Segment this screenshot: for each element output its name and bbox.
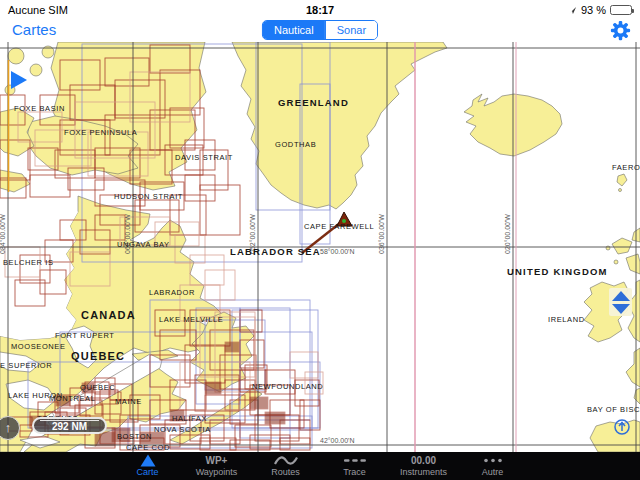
tab-bar: Carte WP+ Waypoints Routes Trace 00.00 I… — [0, 452, 640, 480]
tab-instruments[interactable]: 00.00 Instruments — [389, 452, 458, 480]
map-place-label: DAVIS STRAIT — [175, 153, 233, 162]
map-place-label: FAEROE — [612, 163, 640, 172]
tab-trace[interactable]: Trace — [320, 452, 389, 480]
carrier-label: Aucune SIM — [8, 4, 208, 16]
chart-mode-segmented-control: Nautical Sonar — [262, 20, 378, 40]
wp-plus-icon: WP+ — [182, 454, 251, 467]
map-place-label: LAKE MELVILLE — [159, 315, 223, 324]
map-place-label: BAY OF BISCAY — [587, 405, 640, 414]
map-place-label: LABRADOR — [149, 288, 195, 297]
landmass-faeroe — [617, 174, 627, 186]
chart-rect-red — [250, 397, 268, 409]
chart-update-diamond-icon[interactable] — [609, 288, 632, 316]
water-hudson-bay — [0, 194, 78, 340]
route-wave-icon — [273, 454, 299, 467]
map-place-label: HUDSON STRAIT — [114, 192, 183, 201]
tab-routes[interactable]: Routes — [251, 452, 320, 480]
clock: 18:17 — [208, 4, 432, 16]
map-place-label: QUEBEC — [71, 350, 125, 362]
map-place-label: E SUPERIOR — [0, 361, 52, 370]
map-triangle-icon — [136, 454, 160, 467]
map-place-label: MOOSEONEE — [11, 342, 66, 351]
map-place-label: FORT RUPERT — [55, 331, 115, 340]
landmass-scotland — [612, 238, 632, 254]
scale-badge: 292 NM — [32, 417, 107, 434]
map-place-label: UNITED KINGDOM — [507, 266, 608, 277]
map-place-label: BOSTON — [117, 432, 152, 441]
map-place-label: IRELAND — [548, 315, 585, 324]
map-place-label: UNGAVA BAY — [117, 240, 170, 249]
status-bar: Aucune SIM 18:17 93 % — [0, 0, 640, 20]
trace-dashes-icon — [343, 454, 367, 467]
blue-triangle-marker[interactable] — [11, 71, 27, 89]
chart-rect-red — [265, 412, 285, 424]
parallel-label: 58°00.00'N — [320, 248, 355, 255]
chart-rect-red — [225, 342, 239, 352]
map-place-label: HALIFAX — [172, 414, 207, 423]
landmass-coats — [0, 170, 30, 192]
map-place-label: NOVA SCOTIA — [154, 425, 211, 434]
chart-rect-red — [95, 432, 115, 446]
map-place-label: FOXE BASIN — [14, 104, 65, 113]
gear-icon[interactable] — [610, 20, 631, 41]
segment-sonar[interactable]: Sonar — [325, 21, 377, 39]
chart-map[interactable]: 084°00.00'W068°00.00'W052°00.00'W036°00.… — [0, 42, 640, 452]
map-place-label: GODTHAB — [275, 140, 316, 149]
map-place-label: FOXE PENINSULA — [64, 128, 137, 137]
nav-bar: Cartes Nautical Sonar — [0, 20, 640, 42]
chart-rect-red — [205, 382, 221, 394]
map-place-label: NEWFOUNDLAND — [252, 382, 323, 391]
map-place-label: MONTREAL — [49, 394, 95, 403]
parallel-label: 42°00.00'N — [320, 437, 355, 444]
nav-back-title[interactable]: Cartes — [12, 21, 56, 38]
map-place-label: GREENLAND — [278, 97, 349, 108]
location-arrow-icon — [568, 6, 577, 15]
map-place-label: CAPE COD — [126, 443, 170, 452]
segment-nautical[interactable]: Nautical — [263, 21, 325, 39]
tab-waypoints[interactable]: WP+ Waypoints — [182, 452, 251, 480]
meridian-label: 020°00.00'W — [504, 214, 511, 254]
landmass-brittany — [634, 388, 640, 404]
map-place-label: CANADA — [81, 309, 136, 321]
chart-rect-red — [290, 352, 318, 378]
map-place-label: LABRADOR SEA — [230, 246, 321, 257]
map-place-label: CAPE FAREWELL — [304, 222, 374, 231]
battery-percent-label: 93 % — [581, 4, 606, 16]
tab-autre[interactable]: Autre — [458, 452, 527, 480]
ellipsis-icon — [481, 454, 505, 467]
meridian-label: 036°00.00'W — [378, 214, 385, 254]
instruments-digits-icon: 00.00 — [389, 454, 458, 467]
map-place-label: QUEBEC — [80, 383, 115, 392]
map-place-label: MAINE — [115, 397, 142, 406]
map-place-label: BELCHER IS — [3, 258, 54, 267]
battery-icon — [610, 5, 632, 15]
tab-carte[interactable]: Carte — [113, 452, 182, 480]
meridian-label: 084°00.00'W — [0, 214, 6, 254]
